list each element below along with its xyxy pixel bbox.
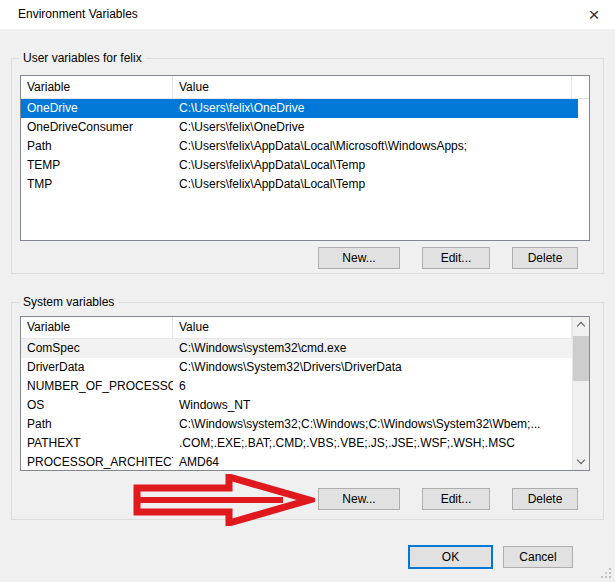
value-cell: C:\Users\felix\OneDrive [173, 118, 578, 137]
chevron-up-icon [577, 322, 585, 330]
value-cell: C:\Windows\System32\Drivers\DriverData [173, 358, 572, 377]
system-edit-button[interactable]: Edit... [422, 488, 490, 510]
column-header-variable: Variable [21, 76, 173, 98]
column-header-variable: Variable [21, 317, 173, 338]
scroll-down-button[interactable] [573, 453, 590, 470]
value-cell: C:\Users\felix\AppData\Local\Microsoft\W… [173, 137, 578, 156]
ok-button[interactable]: OK [408, 545, 493, 569]
system-new-button[interactable]: New... [318, 488, 400, 510]
variable-cell: Path [21, 415, 173, 434]
table-row[interactable]: OneDrive C:\Users\felix\OneDrive [21, 99, 578, 118]
variable-cell: TMP [21, 175, 173, 194]
variable-cell: PATHEXT [21, 434, 173, 453]
system-variables-table: Variable Value ComSpec C:\Windows\system… [20, 316, 590, 471]
table-row[interactable]: TMP C:\Users\felix\AppData\Local\Temp [21, 175, 578, 194]
variable-cell: ComSpec [21, 339, 173, 358]
close-icon: × [588, 4, 599, 25]
resize-grip[interactable] [600, 567, 612, 579]
variable-cell: OneDrive [21, 99, 173, 118]
variable-cell: NUMBER_OF_PROCESSORS [21, 377, 173, 396]
table-row[interactable]: Path C:\Windows\system32;C:\Windows;C:\W… [21, 415, 572, 434]
value-cell: 6 [173, 377, 572, 396]
table-row[interactable]: OneDriveConsumer C:\Users\felix\OneDrive [21, 118, 578, 137]
table-row[interactable]: NUMBER_OF_PROCESSORS 6 [21, 377, 572, 396]
value-cell: Windows_NT [173, 396, 572, 415]
variable-cell: Path [21, 137, 173, 156]
close-button[interactable]: × [579, 2, 609, 27]
value-cell: C:\Users\felix\OneDrive [173, 99, 578, 118]
user-table-header: Variable Value [21, 76, 589, 99]
system-variables-group-label: System variables [19, 295, 118, 309]
system-table-header: Variable Value [21, 317, 589, 339]
table-row[interactable]: PROCESSOR_ARCHITECTURE AMD64 [21, 453, 572, 471]
table-row[interactable]: ComSpec C:\Windows\system32\cmd.exe [21, 339, 572, 358]
variable-cell: TEMP [21, 156, 173, 175]
column-header-value: Value [173, 317, 572, 338]
vertical-scrollbar[interactable] [572, 317, 589, 470]
table-row[interactable]: TEMP C:\Users\felix\AppData\Local\Temp [21, 156, 578, 175]
title-bar: Environment Variables × [0, 0, 615, 29]
user-edit-button[interactable]: Edit... [422, 247, 490, 269]
table-row[interactable]: Path C:\Users\felix\AppData\Local\Micros… [21, 137, 578, 156]
user-delete-button[interactable]: Delete [512, 247, 578, 269]
user-variables-table: Variable Value OneDrive C:\Users\felix\O… [20, 75, 590, 241]
table-row[interactable]: OS Windows_NT [21, 396, 572, 415]
column-header-value: Value [173, 76, 572, 98]
window-title: Environment Variables [18, 7, 138, 21]
cancel-button[interactable]: Cancel [503, 546, 573, 568]
value-cell: C:\Windows\system32\cmd.exe [173, 339, 572, 358]
table-row[interactable]: DriverData C:\Windows\System32\Drivers\D… [21, 358, 572, 377]
environment-variables-dialog: Environment Variables × User variables f… [0, 0, 615, 582]
scroll-up-button[interactable] [573, 317, 590, 334]
variable-cell: OneDriveConsumer [21, 118, 173, 137]
user-new-button[interactable]: New... [318, 247, 400, 269]
variable-cell: PROCESSOR_ARCHITECTURE [21, 453, 173, 471]
value-cell: AMD64 [173, 453, 572, 471]
red-arrow-annotation [133, 474, 315, 526]
chevron-down-icon [577, 456, 585, 464]
user-variables-group-label: User variables for felix [19, 51, 146, 65]
system-delete-button[interactable]: Delete [512, 488, 578, 510]
value-cell: C:\Windows\system32;C:\Windows;C:\Window… [173, 415, 572, 434]
scrollbar-thumb[interactable] [573, 336, 590, 381]
variable-cell: DriverData [21, 358, 173, 377]
value-cell: .COM;.EXE;.BAT;.CMD;.VBS;.VBE;.JS;.JSE;.… [173, 434, 572, 453]
variable-cell: OS [21, 396, 173, 415]
value-cell: C:\Users\felix\AppData\Local\Temp [173, 175, 578, 194]
value-cell: C:\Users\felix\AppData\Local\Temp [173, 156, 578, 175]
table-row[interactable]: PATHEXT .COM;.EXE;.BAT;.CMD;.VBS;.VBE;.J… [21, 434, 572, 453]
